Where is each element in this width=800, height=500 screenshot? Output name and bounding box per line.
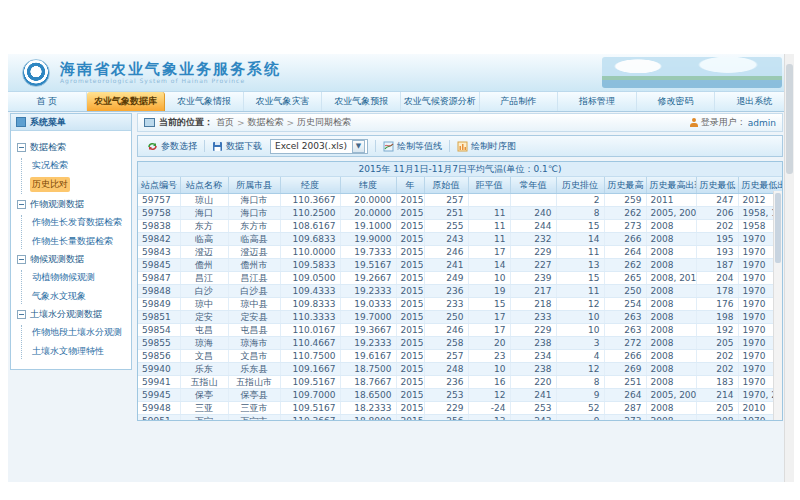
column-header[interactable]: 常年值 (510, 177, 556, 194)
data-grid-panel: 2015年 11月1日-11月7日平均气温(单位：0.1℃) 站点编号站点名称所… (137, 161, 783, 421)
table-cell: 233 (424, 298, 468, 311)
tree-item[interactable]: 作物地段土壤水分观测 (30, 325, 129, 340)
nav-tab[interactable]: 修改密码 (637, 92, 716, 111)
tree-item[interactable]: 作物生长发育数据检索 (30, 215, 129, 230)
column-header[interactable]: 站点名称 (180, 177, 228, 194)
table-cell: 254 (604, 298, 646, 311)
table-row[interactable]: 59758海口海口市110.250020.0000201525111240826… (138, 207, 782, 220)
tree-item[interactable]: 作物生长量数据检索 (30, 234, 129, 249)
table-cell: 241 (424, 259, 468, 272)
tree-section[interactable]: 数据检索 (17, 141, 129, 154)
data-table: 站点编号站点名称所属市县经度纬度年原始值距平值常年值历史排位历史最高历史最高出现… (138, 177, 782, 420)
collapse-icon[interactable] (17, 255, 26, 264)
table-row[interactable]: 59854屯昌屯昌县110.016719.3667201524617229102… (138, 324, 782, 337)
tree-item[interactable]: 历史比对 (30, 177, 70, 192)
table-cell: 2005, 2008 (646, 389, 696, 402)
table-row[interactable]: 59951万宁万宁市110.366718.8000201525613243927… (138, 415, 782, 421)
table-cell: 229 (510, 324, 556, 337)
draw-timeseries-button[interactable]: 绘制时序图 (457, 140, 516, 153)
button-label: 参数选择 (161, 140, 197, 153)
table-row[interactable]: 59851定安定安县110.333319.7000201525017233102… (138, 311, 782, 324)
table-row[interactable]: 59848白沙白沙县109.433319.2333201523619217112… (138, 285, 782, 298)
table-row[interactable]: 59757琼山海口市110.366720.0000201525722592011… (138, 194, 782, 207)
breadcrumb: 当前的位置： 首页 > 数据检索 > 历史同期检索 登录用户： admin (137, 113, 783, 132)
nav-tab[interactable]: 农业气象情报 (165, 92, 244, 111)
column-header[interactable]: 距平值 (468, 177, 510, 194)
tree-item[interactable]: 气象水文现象 (30, 289, 129, 304)
table-row[interactable]: 59856文昌文昌市110.750019.6167201525723234426… (138, 350, 782, 363)
table-cell: 198 (696, 311, 738, 324)
tree-section[interactable]: 作物观测数据 (17, 198, 129, 211)
table-cell: 8 (556, 376, 604, 389)
breadcrumb-data-search[interactable]: 数据检索 (248, 116, 284, 129)
param-select-button[interactable]: 参数选择 (147, 140, 197, 153)
table-cell: 273 (604, 220, 646, 233)
column-header[interactable]: 历史排位 (556, 177, 604, 194)
page-scrollbar-thumb[interactable] (786, 64, 793, 174)
table-row[interactable]: 59843澄迈澄迈县110.000019.7333201524617229112… (138, 246, 782, 259)
column-header[interactable]: 年 (396, 177, 424, 194)
column-header[interactable]: 历史最高出现年份 (646, 177, 696, 194)
column-header[interactable]: 历史最高 (604, 177, 646, 194)
table-row[interactable]: 59948三亚三亚市109.516718.23332015229-2425352… (138, 402, 782, 415)
breadcrumb-home[interactable]: 首页 (216, 116, 234, 129)
table-cell: 263 (604, 324, 646, 337)
logo (22, 59, 50, 87)
table-cell: 东方市 (228, 220, 280, 233)
nav-tab[interactable]: 首 页 (8, 92, 87, 111)
tree-section-label: 作物观测数据 (30, 198, 84, 211)
download-format-value: Excel 2003(.xls) (275, 141, 347, 151)
table-cell: 2015 (396, 402, 424, 415)
data-download-button[interactable]: 数据下载 (212, 140, 262, 153)
table-cell: 18.2333 (340, 402, 396, 415)
table-row[interactable]: 59945保亭保亭县109.700018.6500201525312241926… (138, 389, 782, 402)
table-cell: 临高 (180, 233, 228, 246)
nav-tabs: 首 页农业气象数据库农业气象情报农业气象灾害农业气象预报农业气候资源分析产品制作… (8, 92, 794, 112)
table-row[interactable]: 59845儋州儋州市109.583319.5167201524114227132… (138, 259, 782, 272)
table-cell: 108.6167 (280, 220, 340, 233)
tree-item[interactable]: 土壤水文物理特性 (30, 344, 129, 359)
grid-scrollbar[interactable] (773, 191, 782, 420)
collapse-icon[interactable] (17, 143, 26, 152)
nav-tab[interactable]: 农业气候资源分析 (401, 92, 480, 111)
table-cell: 17 (468, 324, 510, 337)
nav-tab[interactable]: 农业气象数据库 (87, 92, 166, 111)
tree-item[interactable]: 动植物物候观测 (30, 270, 129, 285)
collapse-icon[interactable] (17, 200, 26, 209)
table-row[interactable]: 59838东方东方市108.616719.1000201525511244152… (138, 220, 782, 233)
column-header[interactable]: 纬度 (340, 177, 396, 194)
nav-tab[interactable]: 退出系统 (715, 92, 794, 111)
table-cell: 琼海 (180, 337, 228, 350)
nav-tab[interactable]: 指标管理 (558, 92, 637, 111)
tree-item[interactable]: 实况检索 (30, 158, 129, 173)
button-label: 绘制时序图 (471, 140, 516, 153)
table-row[interactable]: 59855琼海琼海市110.466719.2333201525820238327… (138, 337, 782, 350)
table-row[interactable]: 59847昌江昌江县109.050019.2667201524910239152… (138, 272, 782, 285)
toolbar: 参数选择 数据下载 Excel 2003(.xls) ▼ (137, 135, 783, 157)
table-cell: 15 (468, 298, 510, 311)
column-header[interactable]: 经度 (280, 177, 340, 194)
nav-tab[interactable]: 农业气象灾害 (244, 92, 323, 111)
table-row[interactable]: 59849琼中琼中县109.833319.0333201523315218122… (138, 298, 782, 311)
table-row[interactable]: 59941五指山五指山市109.516718.76672015236162208… (138, 376, 782, 389)
table-row[interactable]: 59842临高临高县109.683319.9000201524311232142… (138, 233, 782, 246)
nav-tab[interactable]: 产品制作 (480, 92, 559, 111)
table-cell: 262 (604, 259, 646, 272)
table-cell: 13 (556, 259, 604, 272)
table-cell: 2008 (646, 363, 696, 376)
tree-section[interactable]: 物候观测数据 (17, 253, 129, 266)
table-cell: 229 (424, 402, 468, 415)
grid-scrollbar-thumb[interactable] (775, 193, 781, 263)
table-cell: 214 (696, 389, 738, 402)
download-format-select[interactable]: Excel 2003(.xls) ▼ (270, 139, 368, 154)
table-row[interactable]: 59940乐东乐东县109.166718.7500201524810238122… (138, 363, 782, 376)
column-header[interactable]: 所属市县 (228, 177, 280, 194)
page-scrollbar[interactable] (784, 54, 794, 482)
collapse-icon[interactable] (17, 310, 26, 319)
column-header[interactable]: 站点编号 (138, 177, 180, 194)
draw-contour-button[interactable]: 绘制等值线 (383, 140, 442, 153)
tree-section[interactable]: 土壤水分观测数据 (17, 308, 129, 321)
column-header[interactable]: 原始值 (424, 177, 468, 194)
column-header[interactable]: 历史最低 (696, 177, 738, 194)
nav-tab[interactable]: 农业气象预报 (322, 92, 401, 111)
